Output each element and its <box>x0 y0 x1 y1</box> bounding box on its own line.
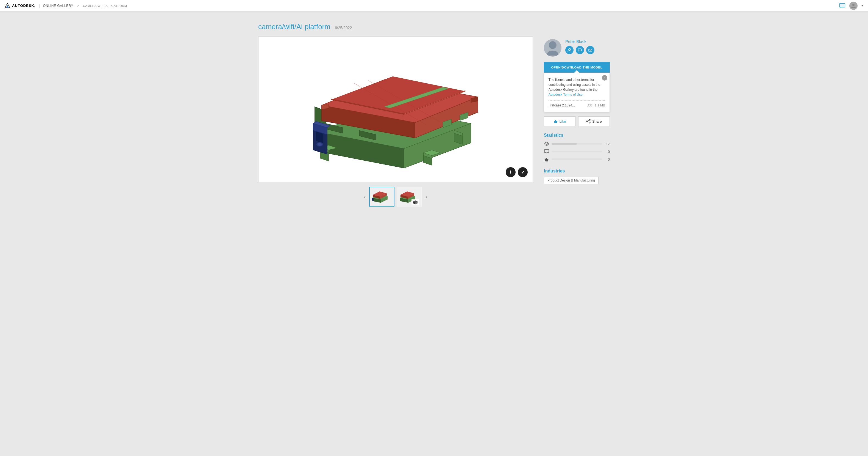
popup-arrow <box>574 70 580 73</box>
like-btn[interactable]: Like <box>544 116 576 126</box>
3d-model-svg <box>258 37 533 182</box>
chat-bubble-icon <box>544 149 549 154</box>
info-button[interactable]: i <box>506 167 516 177</box>
thumbnails-prev[interactable]: ‹ <box>361 192 369 201</box>
svg-point-4 <box>852 4 855 6</box>
statistics-title: Statistics <box>544 133 610 138</box>
stat-likes-row: 0 <box>544 156 610 162</box>
top-navigation: AUTODESK. | ONLINE GALLERY > CAMERA/WIFI… <box>0 0 868 11</box>
info-icon: i <box>510 170 511 174</box>
page-title-row: camera/wifi/Ai platform 6/25/2022 <box>258 23 533 31</box>
svg-point-70 <box>589 119 590 120</box>
sidebar: Peter Black <box>544 23 610 206</box>
main-content: camera/wifi/Ai platform 6/25/2022 <box>242 11 626 218</box>
nav-current-page: CAMERA/WIFI/AI PLATFORM <box>83 4 127 7</box>
svg-point-72 <box>586 121 588 122</box>
author-actions <box>565 46 594 54</box>
thumbnails-next[interactable]: › <box>422 192 431 201</box>
follow-author-btn[interactable] <box>565 46 574 54</box>
thumbnails-container <box>369 187 422 206</box>
thumbnail-2-img <box>397 187 422 206</box>
svg-point-71 <box>589 122 590 123</box>
email-author-btn[interactable] <box>586 46 594 54</box>
page-title: camera/wifi/Ai platform <box>258 23 331 31</box>
svg-line-73 <box>588 120 589 121</box>
likes-stat-icon <box>544 156 549 162</box>
svg-point-37 <box>318 143 322 146</box>
user-avatar-icon <box>851 3 856 8</box>
share-icon <box>586 119 591 123</box>
follow-icon <box>567 48 571 52</box>
thumbnails-row: ‹ <box>258 187 533 206</box>
industries-title: Industries <box>544 169 610 174</box>
svg-point-65 <box>568 49 570 51</box>
author-name[interactable]: Peter Black <box>565 39 594 44</box>
thumbnail-1-img <box>370 187 394 206</box>
views-icon <box>544 141 549 147</box>
comments-icon <box>544 149 549 154</box>
action-row: Like Share <box>544 116 610 126</box>
comments-value: 0 <box>604 150 610 154</box>
nav-section-label[interactable]: ONLINE GALLERY <box>43 4 73 8</box>
author-row: Peter Black <box>544 39 610 57</box>
expand-icon: ⤢ <box>521 170 524 174</box>
thumbnail-2[interactable] <box>397 187 422 206</box>
eye-icon <box>544 142 549 146</box>
autodesk-logo-icon <box>4 3 10 9</box>
svg-line-74 <box>588 121 589 122</box>
license-close-btn[interactable]: × <box>602 75 607 81</box>
views-bar-container <box>552 143 602 145</box>
nav-breadcrumb-sep: > <box>77 4 79 8</box>
viewer-controls: i ⤢ <box>506 167 528 177</box>
autodesk-wordmark: AUTODESK. <box>12 4 35 8</box>
file-size: 1.1 MB <box>595 104 605 107</box>
viewer-section: camera/wifi/Ai platform 6/25/2022 <box>258 23 533 206</box>
thumbs-up-icon <box>544 157 549 162</box>
statistics-section: Statistics 17 <box>544 133 610 162</box>
svg-marker-50 <box>372 198 374 201</box>
nav-separator: | <box>39 4 39 8</box>
comments-bar-container <box>552 151 602 152</box>
industry-tag[interactable]: Product Design & Manufacturing <box>544 177 598 184</box>
svg-rect-3 <box>839 4 845 7</box>
like-label: Like <box>560 119 566 123</box>
license-text: The license and other terms for contribu… <box>549 77 605 97</box>
likes-value: 0 <box>604 157 610 162</box>
chat-icon <box>839 3 845 8</box>
file-name: _ratcase 2.1324... <box>549 104 585 107</box>
user-avatar-btn[interactable] <box>849 2 858 10</box>
file-ext: .f3d <box>587 104 592 107</box>
svg-point-75 <box>546 143 548 145</box>
views-value: 17 <box>604 142 610 146</box>
share-label: Share <box>592 119 602 123</box>
page-date: 6/25/2022 <box>335 26 352 30</box>
views-bar <box>552 143 577 145</box>
svg-point-64 <box>549 41 557 49</box>
3d-model-viewer[interactable] <box>258 37 533 182</box>
messages-icon-btn[interactable] <box>838 2 846 9</box>
likes-bar-container <box>552 159 602 160</box>
industries-section: Industries Product Design & Manufacturin… <box>544 169 610 184</box>
message-icon <box>578 48 582 52</box>
autodesk-logo[interactable]: AUTODESK. <box>4 3 35 9</box>
author-avatar <box>544 39 561 57</box>
like-icon <box>554 119 558 123</box>
svg-rect-68 <box>578 49 582 51</box>
license-popup: × The license and other terms for contri… <box>544 73 610 112</box>
viewer-frame[interactable]: i ⤢ <box>258 36 533 182</box>
author-info: Peter Black <box>565 39 594 54</box>
thumbnail-1[interactable] <box>369 187 395 206</box>
author-avatar-icon <box>546 40 560 56</box>
share-btn[interactable]: Share <box>578 116 610 126</box>
stat-comments-row: 0 <box>544 149 610 154</box>
expand-button[interactable]: ⤢ <box>518 167 528 177</box>
nav-left: AUTODESK. | ONLINE GALLERY > CAMERA/WIFI… <box>4 3 127 9</box>
message-author-btn[interactable] <box>576 46 584 54</box>
nav-right: ▼ <box>838 2 864 10</box>
email-icon <box>588 48 592 52</box>
stat-views-row: 17 <box>544 141 610 147</box>
user-menu-chevron[interactable]: ▼ <box>861 4 864 7</box>
terms-of-use-link[interactable]: Autodesk Terms of Use. <box>549 93 583 96</box>
file-download-row: _ratcase 2.1324... .f3d 1.1 MB <box>549 104 605 107</box>
